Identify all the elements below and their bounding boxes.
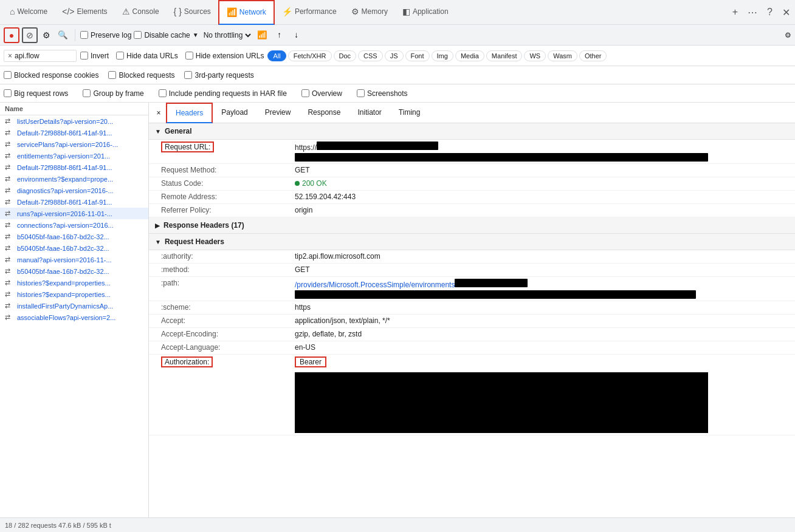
tab-memory[interactable]: ⚙ Memory	[344, 0, 395, 25]
filter-media[interactable]: Media	[455, 50, 484, 61]
stop-button[interactable]: ⊘	[22, 27, 38, 43]
group-by-frame-label[interactable]: Group by frame	[83, 89, 143, 98]
invert-label[interactable]: Invert	[80, 52, 109, 60]
tab-sources[interactable]: { } Sources	[167, 0, 218, 25]
tab-timing[interactable]: Timing	[390, 103, 429, 123]
filter-other[interactable]: Other	[579, 50, 607, 61]
list-item[interactable]: ⇄listUserDetails?api-version=20...	[0, 115, 148, 127]
third-party-label[interactable]: 3rd-party requests	[184, 71, 253, 80]
list-item[interactable]: ⇄connections?api-version=2016...	[0, 219, 148, 231]
tab-application[interactable]: ◧ Application	[395, 0, 456, 25]
filter-ws[interactable]: WS	[524, 50, 546, 61]
wifi-icon[interactable]: 📶	[255, 28, 270, 43]
throttle-select[interactable]: No throttling	[201, 30, 253, 40]
list-item[interactable]: ⇄servicePlans?api-version=2016-...	[0, 138, 148, 150]
filter-all[interactable]: All	[267, 50, 286, 61]
blocked-cookies-label[interactable]: Blocked response cookies	[4, 71, 98, 80]
group-by-frame-checkbox[interactable]	[83, 89, 91, 97]
list-item[interactable]: ⇄manual?api-version=2016-11-...	[0, 254, 148, 265]
hide-data-urls-checkbox[interactable]	[116, 52, 124, 60]
request-headers-section-header[interactable]: ▼ Request Headers	[149, 234, 795, 250]
path-val: /providers/Microsoft.ProcessSimple/envir…	[295, 279, 528, 289]
tab-initiator[interactable]: Initiator	[349, 103, 390, 123]
screenshots-checkbox[interactable]	[357, 89, 365, 97]
help-icon[interactable]: ?	[765, 4, 775, 20]
filter-css[interactable]: CSS	[358, 50, 383, 61]
list-item[interactable]: ⇄installedFirstPartyDynamicsAp...	[0, 300, 148, 312]
disable-cache-checkbox[interactable]	[134, 31, 142, 39]
response-headers-section-header[interactable]: ▶ Response Headers (17)	[149, 217, 795, 234]
list-item[interactable]: ⇄diagnostics?api-version=2016-...	[0, 185, 148, 196]
filter-close-icon[interactable]: ×	[8, 52, 12, 60]
list-item[interactable]: ⇄histories?$expand=properties...	[0, 288, 148, 300]
filter-wasm[interactable]: Wasm	[548, 50, 577, 61]
list-item[interactable]: ⇄environments?$expand=prope...	[0, 173, 148, 185]
tab-preview[interactable]: Preview	[256, 103, 300, 123]
hide-data-urls-label[interactable]: Hide data URLs	[116, 52, 178, 60]
tab-elements[interactable]: </> Elements	[55, 0, 114, 25]
preserve-log-label[interactable]: Preserve log	[80, 31, 131, 39]
include-pending-label[interactable]: Include pending requests in HAR file	[159, 89, 287, 98]
left-header: Name	[0, 103, 148, 115]
list-item[interactable]: ⇄associableFlows?api-version=2...	[0, 312, 148, 323]
list-item[interactable]: ⇄entitlements?api-version=201...	[0, 150, 148, 162]
blocked-requests-label[interactable]: Blocked requests	[108, 71, 174, 80]
invert-checkbox[interactable]	[80, 52, 88, 60]
list-item[interactable]: ⇄b50405bf-faae-16b7-bd2c-32...	[0, 242, 148, 254]
general-section-header[interactable]: ▼ General	[149, 123, 795, 140]
detail-close-button[interactable]: ×	[151, 106, 166, 120]
filter-fetch-xhr[interactable]: Fetch/XHR	[288, 50, 332, 61]
big-rows-checkbox[interactable]	[4, 89, 12, 97]
blocked-cookies-checkbox[interactable]	[4, 71, 12, 79]
tab-network[interactable]: 📶 Network	[218, 0, 275, 25]
third-party-checkbox[interactable]	[184, 71, 192, 79]
big-rows-label[interactable]: Big request rows	[4, 89, 68, 98]
include-pending-checkbox[interactable]	[159, 89, 167, 97]
throttle-control[interactable]: ▼ No throttling	[193, 30, 253, 40]
tab-console[interactable]: ⚠ Console	[115, 0, 167, 25]
add-tab-icon[interactable]: +	[730, 4, 740, 20]
filter-input-wrap[interactable]: × api.flow	[4, 50, 77, 62]
tab-response[interactable]: Response	[299, 103, 349, 123]
filter-manifest[interactable]: Manifest	[486, 50, 523, 61]
tab-payload[interactable]: Payload	[213, 103, 256, 123]
list-item[interactable]: ⇄Default-72f988bf-86f1-41af-91...	[0, 162, 148, 173]
settings-right[interactable]: ⚙	[785, 31, 791, 39]
tab-welcome[interactable]: ⌂ Welcome	[2, 0, 55, 25]
network-icon: 📶	[227, 7, 237, 17]
scheme-row: :scheme: https	[149, 301, 795, 315]
list-item[interactable]: ⇄b50405bf-faae-16b7-bd2c-32...	[0, 265, 148, 277]
screenshots-label[interactable]: Screenshots	[357, 89, 408, 98]
record-button[interactable]: ●	[4, 27, 19, 43]
list-item[interactable]: ⇄histories?$expand=properties...	[0, 277, 148, 288]
path-redacted-2	[295, 290, 696, 299]
list-item[interactable]: ⇄Default-72f988bf-86f1-41af-91...	[0, 127, 148, 138]
settings-icon[interactable]: ⚙	[40, 29, 53, 41]
close-devtools-icon[interactable]: ✕	[780, 4, 793, 21]
tab-performance[interactable]: ⚡ Performance	[275, 0, 344, 25]
network-item-icon: ⇄	[5, 279, 15, 287]
filter-font[interactable]: Font	[405, 50, 430, 61]
blocked-requests-checkbox[interactable]	[108, 71, 116, 79]
preserve-log-checkbox[interactable]	[80, 31, 88, 39]
list-item[interactable]: ⇄runs?api-version=2016-11-01-...	[0, 208, 148, 219]
hide-ext-urls-label[interactable]: Hide extension URLs	[185, 52, 264, 60]
filter-img[interactable]: Img	[432, 50, 453, 61]
remote-address-val: 52.159.204.42:443	[295, 193, 789, 201]
overview-label[interactable]: Overview	[301, 89, 342, 98]
disable-cache-label[interactable]: Disable cache	[134, 31, 190, 39]
accept-language-key: Accept-Language:	[161, 343, 295, 352]
more-icon[interactable]: ⋯	[745, 4, 760, 21]
list-item[interactable]: ⇄b50405bf-faae-16b7-bd2c-32...	[0, 231, 148, 242]
referrer-policy-row: Referrer Policy: origin	[149, 204, 795, 217]
search-icon[interactable]: 🔍	[55, 28, 70, 43]
filter-doc[interactable]: Doc	[334, 50, 357, 61]
overview-checkbox[interactable]	[301, 89, 309, 97]
accept-row: Accept: application/json, text/plain, */…	[149, 315, 795, 328]
tab-headers[interactable]: Headers	[166, 103, 213, 123]
download-icon[interactable]: ↓	[289, 28, 304, 43]
list-item[interactable]: ⇄Default-72f988bf-86f1-41af-91...	[0, 196, 148, 208]
upload-icon[interactable]: ↑	[272, 28, 287, 43]
filter-js[interactable]: JS	[385, 50, 404, 61]
hide-ext-urls-checkbox[interactable]	[185, 52, 193, 60]
